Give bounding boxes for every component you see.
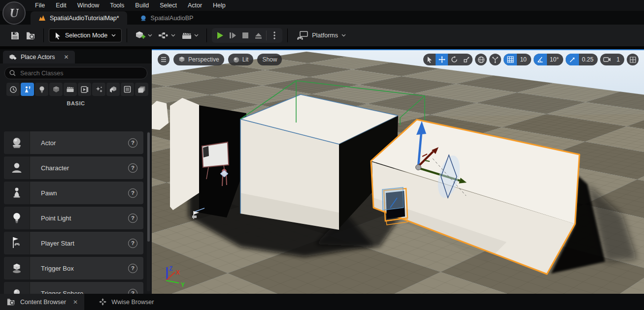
surface-snapping-button[interactable] <box>489 54 501 65</box>
world-coordinate-button[interactable] <box>475 54 487 65</box>
help-icon[interactable]: ? <box>128 214 137 223</box>
category-volumes-button[interactable] <box>135 83 148 96</box>
category-media-button[interactable] <box>78 83 91 96</box>
menu-tools[interactable]: Tools <box>104 2 130 9</box>
menu-select[interactable]: Select <box>154 2 182 9</box>
scale-snap-control[interactable]: 0.25 <box>566 54 598 65</box>
stop-button[interactable] <box>239 29 252 42</box>
play-controls <box>212 28 282 43</box>
category-geometry-button[interactable] <box>106 83 120 96</box>
play-button[interactable] <box>213 29 226 42</box>
panel-scrollbar[interactable] <box>147 131 150 291</box>
grid-snap-control[interactable]: 10 <box>504 54 531 65</box>
eject-button[interactable] <box>252 29 265 42</box>
category-recent-button[interactable] <box>6 83 20 96</box>
perspective-dropdown[interactable]: Perspective <box>173 54 224 65</box>
help-icon[interactable]: ? <box>128 188 137 198</box>
category-vfx-button[interactable] <box>92 83 105 96</box>
close-icon[interactable]: ✕ <box>73 299 78 306</box>
list-item-label: Actor <box>30 139 128 147</box>
category-lights-button[interactable] <box>35 83 48 96</box>
tab-blueprint[interactable]: SpatialAudioBP <box>132 11 202 25</box>
list-item-character[interactable]: Character ? <box>4 156 143 179</box>
lit-sphere-icon <box>233 57 239 63</box>
tab-level-map[interactable]: SpatialAudioTutorialMap* <box>31 11 127 25</box>
help-icon[interactable]: ? <box>128 264 137 273</box>
platforms-dropdown[interactable]: Platforms <box>293 31 350 40</box>
show-label: Show <box>262 56 277 63</box>
category-basic-button[interactable] <box>21 83 34 96</box>
search-box[interactable] <box>4 67 147 79</box>
lit-dropdown[interactable]: Lit <box>228 54 254 65</box>
scrollbar-thumb[interactable] <box>147 132 150 242</box>
list-item-actor[interactable]: Actor ? <box>4 131 143 154</box>
help-icon[interactable]: ? <box>128 289 137 294</box>
search-input[interactable] <box>19 69 142 77</box>
eject-icon <box>255 32 262 39</box>
light-bulb-icon <box>38 86 45 93</box>
pawn-icon <box>4 182 30 204</box>
unreal-editor-window: U File Edit Window Tools Build Select Ac… <box>0 0 644 310</box>
list-item-pawn[interactable]: Pawn ? <box>4 182 143 204</box>
category-cinematic-button[interactable] <box>64 83 77 96</box>
list-item-point-light[interactable]: Point Light ? <box>4 207 143 229</box>
grid-snap-icon <box>504 54 517 65</box>
list-item-trigger-sphere[interactable]: Trigger Sphere ? <box>4 282 143 294</box>
camera-speed-control[interactable]: 1 <box>600 54 624 65</box>
viewport-canvas[interactable]: ZXY <box>152 50 644 294</box>
menu-edit[interactable]: Edit <box>50 2 72 9</box>
rotation-snap-control[interactable]: 10° <box>534 54 563 65</box>
menu-file[interactable]: File <box>30 2 50 9</box>
menu-bar: File Edit Window Tools Build Select Acto… <box>0 0 644 11</box>
main-area: Place Actors ✕ <box>0 49 644 294</box>
blueprints-dropdown[interactable] <box>155 28 178 43</box>
maximize-viewport-button[interactable] <box>627 54 639 65</box>
rotate-icon <box>451 56 458 63</box>
scale-tool-button[interactable] <box>460 54 473 65</box>
content-browser-tab[interactable]: Content Browser ✕ <box>0 294 84 310</box>
move-tool-button[interactable] <box>436 54 448 65</box>
selection-mode-dropdown[interactable]: Selection Mode <box>49 29 122 42</box>
close-icon[interactable]: ✕ <box>64 54 68 61</box>
browse-content-button[interactable] <box>23 28 38 43</box>
select-tool-button[interactable] <box>423 54 436 65</box>
place-actors-tab[interactable]: Place Actors ✕ <box>3 51 75 63</box>
frame-skip-button[interactable] <box>226 29 239 42</box>
viewport-menu-button[interactable] <box>158 54 169 65</box>
play-options-button[interactable] <box>268 29 281 42</box>
blueprint-icon <box>140 15 147 22</box>
category-shapes-button[interactable] <box>49 83 63 96</box>
blueprints-node-icon <box>158 31 169 39</box>
wwise-icon <box>99 298 107 306</box>
toolbar-divider <box>287 29 288 42</box>
add-actor-dropdown[interactable] <box>132 28 155 43</box>
scale-snap-value: 0.25 <box>579 56 598 63</box>
cursor-icon <box>427 56 433 63</box>
list-item-trigger-box[interactable]: Trigger Box ? <box>4 257 143 279</box>
menu-window[interactable]: Window <box>72 2 104 9</box>
wwise-browser-tab[interactable]: Wwise Browser <box>92 294 160 310</box>
media-play-icon <box>81 86 89 93</box>
help-icon[interactable]: ? <box>128 239 137 248</box>
menu-help[interactable]: Help <box>207 2 231 9</box>
transform-tools <box>423 54 473 65</box>
viewport-right-controls: 10 10° 0.25 <box>423 54 639 65</box>
menu-actor[interactable]: Actor <box>182 2 207 9</box>
tab-level-map-label: SpatialAudioTutorialMap* <box>50 15 119 22</box>
cinematics-dropdown[interactable] <box>178 28 202 43</box>
show-dropdown[interactable]: Show <box>257 54 282 65</box>
toolbar-divider <box>127 29 127 42</box>
help-icon[interactable]: ? <box>128 138 137 148</box>
help-icon[interactable]: ? <box>128 163 137 173</box>
list-item-player-start[interactable]: Player Start ? <box>4 232 143 254</box>
add-actor-cube-icon <box>135 31 146 40</box>
save-button[interactable] <box>7 28 23 43</box>
category-ui-button[interactable] <box>121 83 134 96</box>
chevron-down-icon <box>171 34 175 37</box>
rotate-tool-button[interactable] <box>448 54 460 65</box>
level-icon <box>38 15 46 21</box>
viewport[interactable]: ZXY Perspective Lit Show <box>152 49 644 294</box>
menu-build[interactable]: Build <box>130 2 154 9</box>
selection-mode-label: Selection Mode <box>65 32 107 39</box>
grid-snap-value: 10 <box>517 56 531 63</box>
